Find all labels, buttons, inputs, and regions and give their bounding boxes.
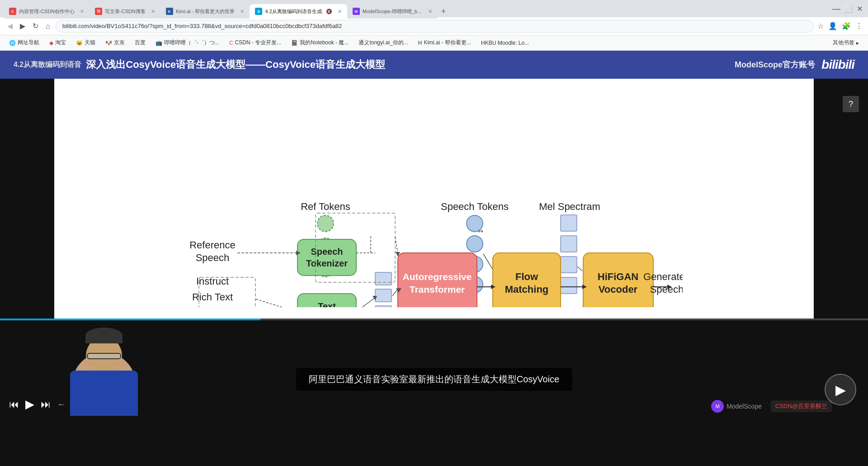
bookmark-more[interactable]: 其他书签 ▸ [829, 38, 863, 48]
forward-button[interactable]: ▶ [18, 20, 27, 32]
tab-bar: C 内容管理-CSDN创作中心 ✕ 写 写文章-CSDN博客 ✕ K Kimi.… [0, 0, 868, 17]
more-options-icon[interactable]: ⋮ [855, 22, 863, 30]
bookmark-bilibili-icon: 📺 [156, 40, 162, 46]
mel-sq-1 [561, 215, 577, 231]
modelscope-logo-text: ModelScope [726, 403, 762, 410]
extension-puzzle-icon[interactable]: 🧩 [842, 22, 851, 30]
play-pause-button[interactable]: ▶ [25, 397, 34, 411]
video-progress-fill [0, 319, 260, 320]
reference-speech-label: Reference [189, 239, 236, 251]
tab-favicon-model: M [353, 8, 360, 15]
bookmark-tongyi[interactable]: 通义tongyi.ai_你的... [355, 38, 411, 48]
tab-csdn-content[interactable]: C 内容管理-CSDN创作中心 ✕ [4, 4, 90, 19]
speech-tokenizer-text2: Tokenizer [306, 258, 348, 268]
close-button[interactable]: ✕ [857, 5, 863, 13]
address-bar: ◀ ▶ ↻ ⌂ ☆ 👤 🧩 ⋮ [0, 17, 868, 35]
tab-close-bili[interactable]: ✕ [338, 9, 342, 14]
help-button[interactable]: ? [843, 96, 859, 112]
tab-favicon-kimi: K [166, 8, 173, 15]
bookmark-star-icon[interactable]: ☆ [817, 22, 824, 30]
tab-close-csdn[interactable]: ✕ [80, 9, 84, 14]
minimize-button[interactable]: — [832, 4, 840, 14]
mel-sq-3 [561, 257, 577, 273]
autoregressive-text2: Transformer [410, 284, 465, 295]
bookmark-notebook-icon: 📓 [291, 40, 298, 46]
subtitle-text: 阿里巴巴通义语音实验室最新推出的语音生成大模型CosyVoice [309, 374, 560, 384]
bookmark-tianmao[interactable]: 🐱 天猫 [72, 38, 99, 48]
bookmark-csdn[interactable]: C CSDN - 专业开发... [226, 38, 285, 48]
text-sq-3 [375, 306, 392, 307]
video-title-prefix: 4.2从离散编码到语音 [14, 60, 81, 70]
bookmark-kimi-label: Kimi.ai - 帮你看更... [424, 39, 471, 47]
speech-tokenizer-box [297, 239, 356, 276]
flow-matching-text1: Flow [515, 271, 538, 282]
bookmark-baidu-label: 百度 [135, 39, 146, 47]
presenter-avatar-area [63, 328, 154, 418]
video-title-left: 4.2从离散编码到语音 深入浅出CosyVoice语音生成大模型——CosyVo… [14, 58, 385, 71]
tab-write-csdn[interactable]: 写 写文章-CSDN博客 ✕ [90, 4, 160, 19]
floating-play-button[interactable]: ▶ [825, 374, 856, 405]
bookmark-tianmao-label: 天猫 [85, 39, 95, 47]
tab-label-write: 写文章-CSDN博客 [105, 8, 146, 15]
text-sq-2 [375, 289, 392, 302]
bookmark-hkbu-label: HKBU Moodle: Lo... [481, 40, 529, 46]
reference-speech-label2: Speech [196, 252, 230, 263]
tab-bilibili-active[interactable]: B 4.2从离散编码到语音生成: 🔇 ✕ [250, 4, 347, 19]
url-input[interactable] [56, 20, 814, 33]
bookmark-hkbu[interactable]: HKBU Moodle: Lo... [477, 39, 533, 47]
bookmark-jd-icon: 🐶 [105, 40, 112, 46]
bookmark-csdn-label: CSDN - 专业开发... [235, 39, 282, 47]
bookmark-more-label: 其他书签 [833, 39, 854, 47]
svg-point-0 [478, 230, 481, 233]
video-progress-container[interactable] [0, 319, 868, 320]
arrow-circles-to-flow [483, 254, 492, 269]
svg-line-3 [395, 237, 398, 253]
back-arrow-icon[interactable]: ← [57, 399, 66, 409]
bookmark-notebook-label: 我的Notebook - 魔... [300, 39, 349, 47]
subtitle-bar: 阿里巴巴通义语音实验室最新推出的语音生成大模型CosyVoice [296, 368, 572, 391]
bookmark-taobao-icon: ◆ [49, 40, 53, 46]
tab-close-write[interactable]: ✕ [151, 9, 155, 14]
bookmark-baidu[interactable]: 百度 [131, 38, 149, 48]
bookmark-kimi-icon: H [418, 40, 422, 46]
home-button[interactable]: ⌂ [44, 20, 52, 32]
browser-window: C 内容管理-CSDN创作中心 ✕ 写 写文章-CSDN博客 ✕ K Kimi.… [0, 0, 868, 466]
text-tokenizer-text1: Text [318, 301, 336, 307]
text-sq-1 [375, 272, 392, 285]
arrow-textsq-to-auto [392, 289, 398, 296]
bookmark-taobao-label: 淘宝 [55, 39, 66, 47]
maximize-button[interactable]: ⬜ [844, 5, 853, 13]
tab-label-model: ModelScope-哔哩哔哩_bilibili [363, 8, 423, 15]
lang-id-label: Lang. ID [193, 306, 231, 307]
tab-label-csdn: 内容管理-CSDN创作中心 [19, 8, 75, 15]
arrow-instruct-to-tokenizer [256, 299, 296, 307]
bookmark-bilibili[interactable]: 📺 哔哩哔哩（゜-゜）つ... [152, 38, 223, 48]
bookmark-nav[interactable]: 🌐 网址导航 [5, 38, 43, 48]
bilibili-logo: bilibili [821, 57, 854, 72]
tab-favicon-write: 写 [95, 8, 102, 15]
skip-forward-button[interactable]: ⏭ [41, 399, 51, 410]
tab-modelscope[interactable]: M ModelScope-哔哩哔哩_bilibili ✕ [347, 4, 438, 19]
bookmarks-bar: 🌐 网址导航 ◆ 淘宝 🐱 天猫 🐶 京东 百度 📺 哔哩哔哩（゜-゜）つ...… [0, 35, 868, 51]
profile-icon[interactable]: 👤 [828, 22, 837, 30]
tab-close-kimi[interactable]: ✕ [240, 9, 244, 14]
video-title-right: ModelScope官方账号 bilibili [735, 57, 854, 72]
skip-back-button[interactable]: ⏮ [9, 399, 19, 410]
reload-button[interactable]: ↻ [31, 20, 40, 32]
video-title-bar: 4.2从离散编码到语音 深入浅出CosyVoice语音生成大模型——CosyVo… [0, 51, 868, 79]
tab-kimi[interactable]: K Kimi.ai - 帮你看更大的世界 ✕ [160, 4, 250, 19]
bookmark-more-icon: ▸ [856, 40, 859, 46]
new-tab-button[interactable]: + [438, 7, 450, 16]
bookmark-notebook[interactable]: 📓 我的Notebook - 魔... [288, 38, 352, 48]
bookmark-taobao[interactable]: ◆ 淘宝 [46, 38, 70, 48]
bookmark-jd[interactable]: 🐶 京东 [102, 38, 128, 48]
bookmark-tongyi-label: 通义tongyi.ai_你的... [359, 39, 408, 47]
tab-close-model[interactable]: ✕ [428, 9, 432, 14]
tab-mute-icon[interactable]: 🔇 [326, 9, 332, 14]
bookmark-kimi[interactable]: H Kimi.ai - 帮你看更... [415, 38, 475, 48]
arrow-melsq-to-hifigan [577, 266, 582, 271]
back-button[interactable]: ◀ [5, 20, 14, 32]
arrow-text-to-squares [356, 298, 374, 307]
mel-sq-4 [561, 277, 577, 294]
rich-text-label: Rich Text [192, 291, 233, 303]
